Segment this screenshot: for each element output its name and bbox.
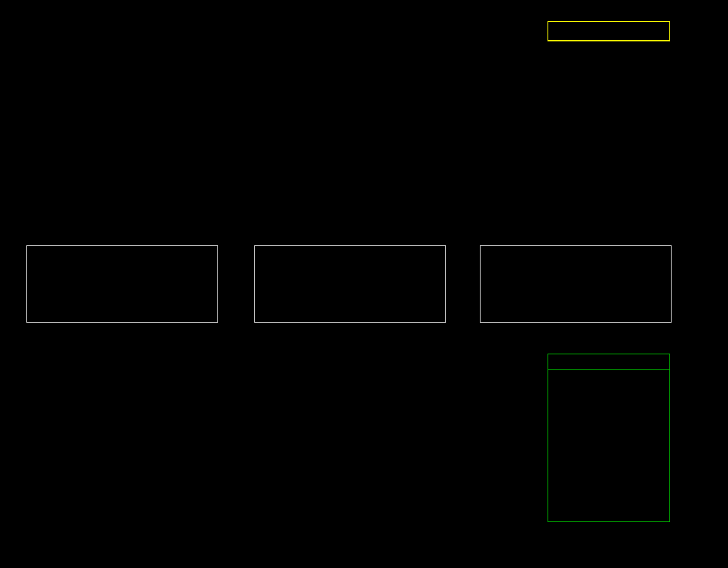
autoscala-table-title <box>548 22 669 41</box>
autoscala-window <box>0 0 728 568</box>
aip-table-title <box>548 354 669 370</box>
thumbnail-canvas-multiples-removed <box>255 246 445 322</box>
thumbnail-canvas-original <box>27 246 217 322</box>
autoscala-output-table <box>548 21 670 41</box>
thumbnail-f2-trace <box>480 245 672 323</box>
recorded-ionogram-plot <box>27 19 534 219</box>
autoscaled-ionogram-plot <box>27 346 534 548</box>
thumbnail-original-ionogram <box>26 245 218 323</box>
thumbnail-canvas-f2-trace <box>481 246 671 322</box>
thumbnail-multiples-removed <box>254 245 446 323</box>
aip-output-table <box>548 354 670 522</box>
